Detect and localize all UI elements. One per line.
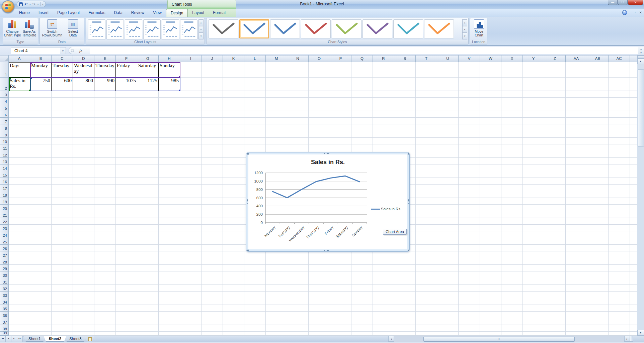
cell-X26[interactable] [501, 245, 523, 251]
cell-N27[interactable] [287, 251, 309, 258]
cell-F19[interactable] [116, 198, 137, 205]
cell-C26[interactable] [52, 245, 73, 251]
cell-V39[interactable] [459, 332, 480, 336]
cell-K9[interactable] [223, 131, 244, 138]
cell-B15[interactable] [30, 171, 52, 178]
cell-F22[interactable] [116, 218, 137, 225]
cell-T15[interactable] [416, 171, 437, 178]
cell-L34[interactable] [244, 298, 266, 305]
change-chart-type-button[interactable]: Change Chart Type [4, 19, 21, 40]
cell-X11[interactable] [501, 144, 523, 151]
cell-Y32[interactable] [523, 285, 544, 292]
sheet-tab-sheet3[interactable]: Sheet3 [64, 336, 86, 342]
cell-AC11[interactable] [609, 144, 630, 151]
cell-AA9[interactable] [566, 131, 587, 138]
cell-AA36[interactable] [566, 312, 587, 318]
cell-G13[interactable] [137, 158, 159, 164]
cell-I31[interactable] [180, 278, 202, 285]
cell-AA35[interactable] [566, 305, 587, 312]
cell-AC7[interactable] [609, 118, 630, 124]
cell-V26[interactable] [459, 245, 480, 251]
cell-C2[interactable]: 600 [52, 78, 73, 91]
cell-S31[interactable] [394, 278, 416, 285]
cell-X5[interactable] [501, 104, 523, 111]
cell-G21[interactable] [137, 211, 159, 218]
cell-AB2[interactable] [587, 78, 609, 91]
vertical-scrollbar[interactable]: ▲ ▼ [637, 55, 644, 336]
cell-AB7[interactable] [587, 118, 609, 124]
cell-AC28[interactable] [609, 258, 630, 265]
cell-Z14[interactable] [544, 164, 566, 171]
cell-G31[interactable] [137, 278, 159, 285]
cell-S37[interactable] [394, 318, 416, 325]
cell-G19[interactable] [137, 198, 159, 205]
cell-C31[interactable] [52, 278, 73, 285]
cell-S28[interactable] [394, 258, 416, 265]
cell-L4[interactable] [244, 98, 266, 104]
cell-L1[interactable] [244, 62, 266, 78]
cell-I3[interactable] [180, 91, 202, 98]
cell-R37[interactable] [373, 318, 394, 325]
row-header-31[interactable]: 31 [0, 278, 9, 285]
cell-R31[interactable] [373, 278, 394, 285]
chart-style-thumbnail-1[interactable] [209, 19, 238, 38]
cell-F27[interactable] [116, 251, 137, 258]
cell-Y29[interactable] [523, 265, 544, 271]
cell-H3[interactable] [159, 91, 180, 98]
cell-T1[interactable] [416, 62, 437, 78]
ribbon-tab-formulas[interactable]: Formulas [84, 9, 109, 17]
cell-H16[interactable] [159, 178, 180, 185]
cell-D2[interactable]: 800 [73, 78, 94, 91]
cell-U9[interactable] [437, 131, 459, 138]
cell-G24[interactable] [137, 231, 159, 238]
cell-AC3[interactable] [609, 91, 630, 98]
cell-A33[interactable] [9, 292, 30, 298]
cell-U4[interactable] [437, 98, 459, 104]
scroll-up-icon[interactable]: ▲ [637, 59, 644, 64]
cell-J6[interactable] [202, 111, 223, 118]
cell-H12[interactable] [159, 151, 180, 158]
cell-D36[interactable] [73, 312, 94, 318]
cell-R29[interactable] [373, 265, 394, 271]
cell-H25[interactable] [159, 238, 180, 245]
row-header-30[interactable]: 30 [0, 271, 9, 278]
cell-G36[interactable] [137, 312, 159, 318]
cell-P8[interactable] [330, 124, 351, 131]
cell-U26[interactable] [437, 245, 459, 251]
cell-C24[interactable] [52, 231, 73, 238]
cell-W23[interactable] [480, 225, 501, 231]
cell-J25[interactable] [202, 238, 223, 245]
embedded-chart[interactable]: 020040060080010001200MondayTuesdayWednes… [246, 152, 410, 252]
cell-N10[interactable] [287, 138, 309, 144]
column-header-T[interactable]: T [416, 55, 437, 62]
cell-K4[interactable] [223, 98, 244, 104]
cell-K33[interactable] [223, 292, 244, 298]
cell-AC33[interactable] [609, 292, 630, 298]
cell-Y20[interactable] [523, 205, 544, 211]
cell-A7[interactable] [9, 118, 30, 124]
cell-D22[interactable] [73, 218, 94, 225]
cell-AB13[interactable] [587, 158, 609, 164]
cell-P7[interactable] [330, 118, 351, 124]
cell-V1[interactable] [459, 62, 480, 78]
cell-P27[interactable] [330, 251, 351, 258]
cell-A25[interactable] [9, 238, 30, 245]
cell-L30[interactable] [244, 271, 266, 278]
cell-D32[interactable] [73, 285, 94, 292]
cell-O30[interactable] [309, 271, 330, 278]
cell-V5[interactable] [459, 104, 480, 111]
cell-AB16[interactable] [587, 178, 609, 185]
cell-D14[interactable] [73, 164, 94, 171]
cell-W16[interactable] [480, 178, 501, 185]
cell-D18[interactable] [73, 191, 94, 198]
cell-I16[interactable] [180, 178, 202, 185]
cell-K26[interactable] [223, 245, 244, 251]
cell-W11[interactable] [480, 144, 501, 151]
gallery-more-icon[interactable]: ⊽ [462, 33, 467, 39]
cell-B4[interactable] [30, 98, 52, 104]
cell-B13[interactable] [30, 158, 52, 164]
cell-V12[interactable] [459, 151, 480, 158]
cell-F23[interactable] [116, 225, 137, 231]
cell-A29[interactable] [9, 265, 30, 271]
cell-N39[interactable] [287, 332, 309, 336]
